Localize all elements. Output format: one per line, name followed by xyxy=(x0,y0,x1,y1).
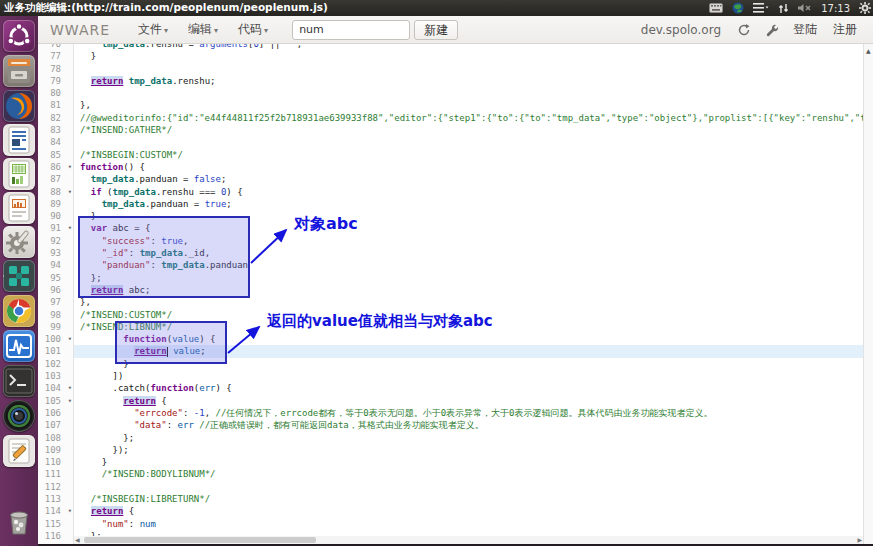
scroll-up-arrow-icon[interactable]: ▲ xyxy=(866,47,871,54)
line-number: 111 xyxy=(38,468,74,480)
code-line[interactable]: 107 "data": err //正确或错误时，都有可能返回data，其格式由… xyxy=(38,419,863,431)
code-text xyxy=(74,87,863,99)
code-line[interactable]: 97}, xyxy=(38,296,863,308)
keyboard-icon[interactable] xyxy=(709,3,723,13)
globe-icon[interactable] xyxy=(732,2,744,14)
code-line[interactable]: 113 /*INSBEGIN:LIBRETURN*/ xyxy=(38,493,863,505)
code-line[interactable]: 83/*INSEND:GATHER*/ xyxy=(38,124,863,136)
line-number: 110 xyxy=(38,456,74,468)
camera-app-icon[interactable] xyxy=(3,400,35,432)
code-text: tmp_data.panduan = false; xyxy=(74,173,863,185)
code-line[interactable]: 80 xyxy=(38,87,863,99)
workspace-app-icon[interactable] xyxy=(3,260,35,292)
volume-muted-icon[interactable] xyxy=(798,3,812,13)
code-line[interactable]: 109 }); xyxy=(38,444,863,456)
firefox-icon[interactable] xyxy=(3,90,35,122)
code-line[interactable]: 115 "num": num xyxy=(38,518,863,530)
fold-arrow-icon[interactable]: ▾ xyxy=(68,333,72,345)
code-line[interactable]: 88▾ if (tmp_data.renshu === 0) { xyxy=(38,186,863,198)
code-line[interactable]: 103 ]) xyxy=(38,370,863,382)
code-line[interactable]: 111 /*INSEND:BODYLIBNUM*/ xyxy=(38,468,863,480)
notes-app-icon[interactable] xyxy=(3,435,35,467)
login-link[interactable]: 登陆 xyxy=(793,21,817,38)
chevron-down-icon: ▾ xyxy=(214,26,218,35)
clock[interactable]: 17:13 xyxy=(821,3,850,14)
hscroll-thumb[interactable] xyxy=(84,537,316,543)
line-number: 77 xyxy=(38,50,74,62)
search-input[interactable] xyxy=(292,20,410,40)
line-number: 83 xyxy=(38,124,74,136)
window-titlebar[interactable]: 业务功能编辑:(http://train.com/peoplenum/peopl… xyxy=(0,0,873,16)
fold-arrow-icon[interactable]: ▾ xyxy=(68,222,72,234)
code-line[interactable]: 84 xyxy=(38,136,863,148)
session-menu-icon[interactable] xyxy=(753,3,769,13)
code-line[interactable]: 81}, xyxy=(38,99,863,111)
line-number: 115 xyxy=(38,518,74,530)
line-number: 107 xyxy=(38,419,74,431)
system-tray: 17:13 xyxy=(709,0,871,16)
fold-arrow-icon[interactable]: ▾ xyxy=(68,505,72,517)
line-number: 93 xyxy=(38,247,74,259)
code-line[interactable]: 114▾ return { xyxy=(38,505,863,517)
register-link[interactable]: 注册 xyxy=(833,21,857,38)
system-settings-icon[interactable] xyxy=(3,226,35,258)
refresh-icon[interactable] xyxy=(737,23,751,37)
menu-file[interactable]: 文件▾ xyxy=(138,21,168,38)
gear-icon[interactable] xyxy=(859,2,871,14)
scroll-right-arrow-icon[interactable]: ▶ xyxy=(857,536,862,544)
line-number: 109 xyxy=(38,444,74,456)
fold-arrow-icon[interactable]: ▾ xyxy=(68,161,72,173)
chrome-icon[interactable] xyxy=(3,295,35,327)
code-line[interactable]: 79 return tmp_data.renshu; xyxy=(38,75,863,87)
unity-launcher xyxy=(0,16,38,546)
fold-arrow-icon[interactable]: ▾ xyxy=(68,382,72,394)
line-number: 116 xyxy=(38,530,74,542)
code-line[interactable]: 86▾function() { xyxy=(38,161,863,173)
code-line[interactable]: 112 xyxy=(38,481,863,493)
code-line[interactable]: 110 } xyxy=(38,456,863,468)
terminal-icon[interactable] xyxy=(3,365,35,397)
code-line[interactable]: 104▾ .catch(function(err) { xyxy=(38,382,863,394)
site-label: dev.spolo.org xyxy=(641,23,721,37)
libreoffice-impress-icon[interactable] xyxy=(3,192,35,224)
menu-code[interactable]: 代码▾ xyxy=(238,21,268,38)
code-text: "errcode": -1, //任何情况下，errcode都有，等于0表示无问… xyxy=(74,407,863,419)
code-text: return { xyxy=(74,505,863,517)
line-number: 104▾ xyxy=(38,382,74,394)
code-line[interactable]: 105▾ return { xyxy=(38,395,863,407)
code-line[interactable]: 108 }; xyxy=(38,432,863,444)
annotation-abc: 对象abc xyxy=(294,214,358,235)
app-window: WWARE 文件▾ 编辑▾ 代码▾ 新建 dev.spolo.org 登陆 注册… xyxy=(38,16,873,546)
line-number: 88▾ xyxy=(38,186,74,198)
libreoffice-calc-icon[interactable] xyxy=(3,158,35,190)
system-monitor-icon[interactable] xyxy=(3,330,35,362)
code-line[interactable]: 106 "errcode": -1, //任何情况下，errcode都有，等于0… xyxy=(38,407,863,419)
annotation-return-value: 返回的value值就相当与对象abc xyxy=(267,312,493,331)
menu-edit[interactable]: 编辑▾ xyxy=(188,21,218,38)
fold-arrow-icon[interactable]: ▾ xyxy=(68,186,72,198)
code-line[interactable]: 89 tmp_data.panduan = true; xyxy=(38,198,863,210)
code-line[interactable]: 78 xyxy=(38,63,863,75)
libreoffice-writer-icon[interactable] xyxy=(3,124,35,156)
code-line[interactable]: 77 } xyxy=(38,50,863,62)
desktop: 业务功能编辑:(http://train.com/peoplenum/peopl… xyxy=(0,0,873,546)
code-line[interactable]: 87 tmp_data.panduan = false; xyxy=(38,173,863,185)
code-text: /*INSBEGIN:LIBRETURN*/ xyxy=(74,493,863,505)
network-arrows-icon[interactable] xyxy=(778,3,789,14)
code-editor[interactable]: 76 tmp_data.renshu = arguments[0] || '';… xyxy=(38,44,863,544)
line-number: 85 xyxy=(38,149,74,161)
code-line[interactable]: 85/*INSBEGIN:CUSTOM*/ xyxy=(38,149,863,161)
line-number: 80 xyxy=(38,87,74,99)
ubuntu-launcher-icon[interactable] xyxy=(3,20,35,52)
horizontal-scrollbar[interactable]: ◀ ▶ xyxy=(74,536,863,544)
wrench-icon[interactable] xyxy=(765,23,779,37)
scroll-left-arrow-icon[interactable]: ◀ xyxy=(75,536,80,544)
file-manager-icon[interactable] xyxy=(3,55,35,87)
fold-arrow-icon[interactable]: ▾ xyxy=(68,395,72,407)
trash-icon[interactable] xyxy=(3,505,35,537)
code-text: function() { xyxy=(74,161,863,173)
line-number: 113 xyxy=(38,493,74,505)
vertical-scrollbar[interactable]: ▲ xyxy=(863,44,873,544)
new-button[interactable]: 新建 xyxy=(414,20,458,40)
code-line[interactable]: 82//@wweditorinfo:{"id":"e44f44811f25f2b… xyxy=(38,112,863,124)
